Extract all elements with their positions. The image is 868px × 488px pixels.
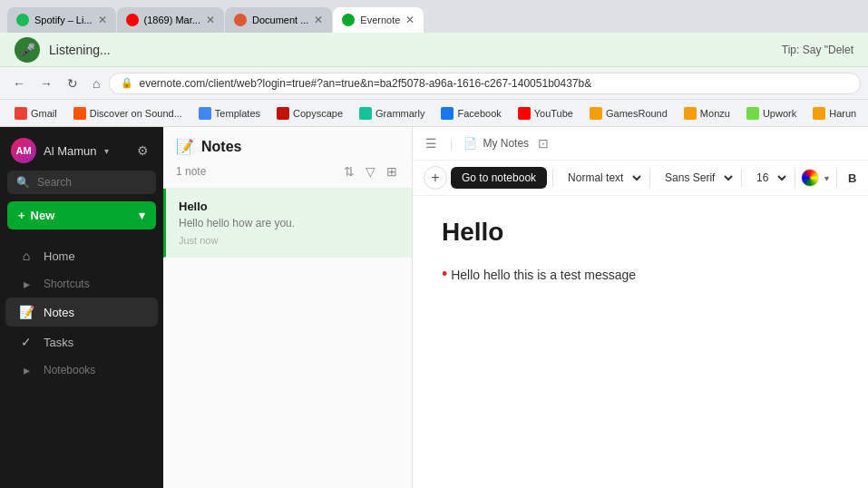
new-button[interactable]: + New ▾ xyxy=(7,201,156,229)
sidebar: AM Al Mamun ▾ ⚙ 🔍 + New ▾ xyxy=(0,127,163,488)
editor-topbar: ☰ | 📄 My Notes ⊡ xyxy=(413,127,868,161)
tab-spotify-close[interactable]: ✕ xyxy=(98,14,107,26)
filter-button[interactable]: ▽ xyxy=(364,162,377,181)
notebook-chevron-icon: ▸ xyxy=(18,363,34,377)
add-content-button[interactable]: + xyxy=(424,166,447,190)
bookmark-gamesround[interactable]: GamesRound xyxy=(582,105,675,122)
toolbar-divider-2 xyxy=(649,169,650,187)
sidebar-section-shortcuts[interactable]: ▸ Shortcuts xyxy=(5,271,158,297)
bold-button[interactable]: B xyxy=(843,168,862,189)
harun-icon xyxy=(813,107,825,120)
notes-meta: 1 note ⇅ ▽ ⊞ xyxy=(176,162,399,181)
breadcrumb-doc-icon: 📄 xyxy=(463,137,477,150)
tab-youtube[interactable]: (1869) Mar... ✕ xyxy=(117,7,224,33)
bookmark-soundcloud[interactable]: Discover on Sound... xyxy=(66,105,190,122)
view-toggle-button[interactable]: ⊞ xyxy=(385,162,399,181)
sidebar-item-home[interactable]: ⌂ Home xyxy=(5,241,158,270)
note-card-title: Hello xyxy=(179,200,399,213)
bookmark-monzu[interactable]: Monzu xyxy=(677,105,737,122)
tab-youtube-close[interactable]: ✕ xyxy=(206,14,215,26)
notebooks-label: Notebooks xyxy=(44,364,95,376)
note-options-button[interactable]: ⊡ xyxy=(536,134,551,152)
tab-document-close[interactable]: ✕ xyxy=(314,14,323,26)
color-picker-chevron-icon[interactable]: ▾ xyxy=(823,171,831,185)
sidebar-item-notes-label: Notes xyxy=(44,306,74,319)
tab-evernote-label: Evernote xyxy=(360,15,400,25)
editor-content[interactable]: Hello • Hello hello this is a test messa… xyxy=(413,196,868,488)
tab-youtube-label: (1869) Mar... xyxy=(144,15,200,25)
harun-label: Harun xyxy=(829,108,856,119)
upwork-label: Upwork xyxy=(763,108,796,119)
search-icon: 🔍 xyxy=(16,176,30,189)
bookmark-facebook[interactable]: Facebook xyxy=(434,105,508,122)
youtube-bm-label: YouTube xyxy=(534,108,573,119)
sidebar-section-notebooks[interactable]: ▸ Notebooks xyxy=(5,357,158,383)
copyscape-icon xyxy=(277,107,289,120)
collapse-sidebar-button[interactable]: ☰ xyxy=(424,134,439,152)
templates-label: Templates xyxy=(215,108,260,119)
bookmark-youtube[interactable]: YouTube xyxy=(511,105,580,122)
shortcuts-label: Shortcuts xyxy=(44,278,90,290)
tab-spotify[interactable]: Spotify – Li... ✕ xyxy=(7,7,116,33)
bookmark-grammarly[interactable]: Grammarly xyxy=(352,105,432,122)
monzu-icon xyxy=(684,107,697,120)
bookmark-harun[interactable]: Harun xyxy=(805,105,863,122)
home-button[interactable]: ⌂ xyxy=(87,73,105,94)
note-count: 1 note xyxy=(176,165,206,178)
home-icon: ⌂ xyxy=(18,249,34,263)
settings-gear-icon[interactable]: ⚙ xyxy=(133,140,152,161)
user-info[interactable]: AM Al Mamun ▾ xyxy=(11,138,109,163)
templates-icon xyxy=(199,107,211,120)
notes-list-header: 📝 Notes 1 note ⇅ ▽ ⊞ xyxy=(163,127,412,189)
my-notes-link[interactable]: My Notes xyxy=(483,137,529,150)
bookmark-templates[interactable]: Templates xyxy=(191,105,268,122)
tab-document-label: Document ... xyxy=(252,15,308,25)
notes-actions: ⇅ ▽ ⊞ xyxy=(342,162,399,181)
color-picker-button[interactable] xyxy=(801,169,819,187)
listening-left: 🎤 Listening... xyxy=(15,37,111,63)
forward-button[interactable]: → xyxy=(34,73,58,94)
bookmark-upwork[interactable]: Upwork xyxy=(739,105,804,122)
new-btn-chevron-icon: ▾ xyxy=(139,209,145,222)
bookmark-copyscape[interactable]: Copyscape xyxy=(269,105,350,122)
goto-notebook-button[interactable]: Go to notebook xyxy=(451,167,547,189)
tab-evernote-close[interactable]: ✕ xyxy=(405,14,414,26)
sidebar-item-notes[interactable]: 📝 Notes xyxy=(5,298,158,327)
note-card-time: Just now xyxy=(179,235,399,246)
sidebar-item-tasks[interactable]: ✓ Tasks xyxy=(5,327,158,356)
search-input-wrap[interactable]: 🔍 xyxy=(7,171,156,194)
avatar-initials: AM xyxy=(15,145,31,156)
upwork-icon xyxy=(746,107,759,120)
monzu-label: Monzu xyxy=(700,108,730,119)
note-card[interactable]: Hello Hello hello how are you. Just now xyxy=(163,189,412,258)
tab-evernote[interactable]: Evernote ✕ xyxy=(333,7,424,33)
notes-title-label: Notes xyxy=(201,139,241,155)
red-dot-indicator: • xyxy=(442,265,447,283)
soundcloud-label: Discover on Sound... xyxy=(90,108,182,119)
note-card-preview: Hello hello how are you. xyxy=(179,217,399,229)
bookmark-gmail[interactable]: Gmail xyxy=(7,105,64,122)
back-button[interactable]: ← xyxy=(7,73,31,94)
gmail-label: Gmail xyxy=(31,108,57,119)
bookmarks-bar: Gmail Discover on Sound... Templates Cop… xyxy=(0,100,868,127)
username-label: Al Mamun xyxy=(44,144,97,158)
tab-bar: Spotify – Li... ✕ (1869) Mar... ✕ Docume… xyxy=(0,0,868,33)
gmail-icon xyxy=(15,107,27,120)
tasks-icon: ✓ xyxy=(18,335,34,349)
document-favicon xyxy=(234,14,247,26)
sort-button[interactable]: ⇅ xyxy=(342,162,356,181)
toolbar-divider-3 xyxy=(741,169,742,187)
address-bar[interactable]: 🔒 evernote.com/client/web?login=true#?an… xyxy=(109,73,861,94)
notes-panel-title: 📝 Notes xyxy=(176,138,399,155)
search-input[interactable] xyxy=(37,176,147,189)
address-text: evernote.com/client/web?login=true#?an=t… xyxy=(139,77,591,90)
refresh-button[interactable]: ↻ xyxy=(62,73,83,94)
note-body[interactable]: • Hello hello this is a test message xyxy=(442,261,868,288)
font-size-select[interactable]: 16 xyxy=(747,167,789,189)
youtube-favicon xyxy=(126,14,139,26)
text-style-select[interactable]: Normal text xyxy=(559,167,644,189)
tab-document[interactable]: Document ... ✕ xyxy=(225,7,332,33)
font-family-select[interactable]: Sans Serif xyxy=(656,167,736,189)
note-body-text: Hello hello this is a test message xyxy=(451,268,636,282)
mic-button[interactable]: 🎤 xyxy=(15,37,40,63)
